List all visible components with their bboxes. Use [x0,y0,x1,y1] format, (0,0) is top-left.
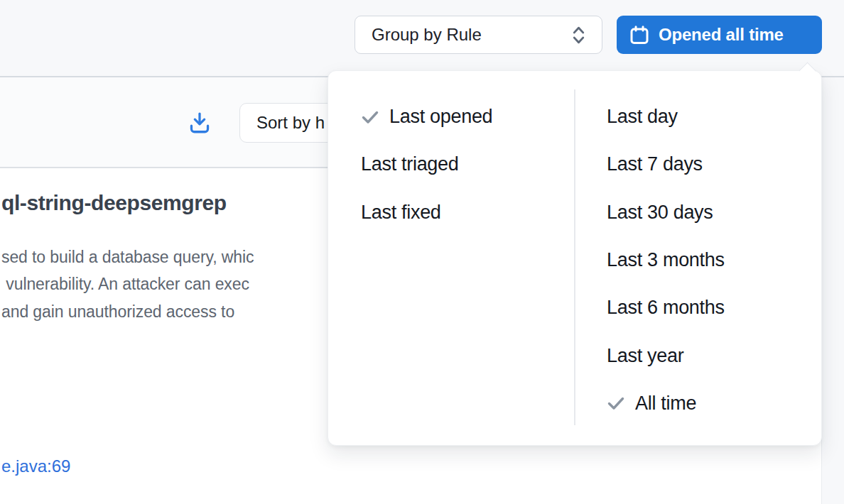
menu-item[interactable]: Last 30 days [575,189,823,236]
finding-description-line: and gain unauthorized access to [1,298,254,325]
menu-item[interactable]: Last fixed [328,189,575,236]
calendar-icon [629,25,649,45]
sort-button-label: Sort by h [256,113,325,133]
menu-item[interactable]: All time [575,380,823,427]
menu-item-label: Last year [607,345,683,367]
menu-item[interactable]: Last day [575,93,823,141]
file-link[interactable]: e.java:69 [1,456,70,476]
date-filter-dropdown: Last opened Last triaged Last fixed Last… [328,70,822,446]
download-button[interactable] [187,110,212,136]
menu-item[interactable]: Last triaged [328,141,575,188]
select-stepper-icon [571,24,586,46]
app-canvas: Group by Rule Opened all time [0,0,844,504]
date-filter-button-label: Opened all time [659,25,784,45]
menu-item-label: All time [635,393,696,415]
menu-item-label: Last 6 months [607,297,725,319]
sort-options-column: Last opened Last triaged Last fixed [328,93,575,236]
finding-description: sed to build a database query, whic vuln… [1,243,254,325]
group-by-select-value: Group by Rule [372,25,482,45]
menu-item-label: Last 7 days [607,153,703,175]
menu-item-label: Last triaged [361,153,459,175]
finding-description-line: sed to build a database query, whic [1,243,254,270]
menu-item-label: Last fixed [361,202,441,224]
group-by-select[interactable]: Group by Rule [355,16,602,54]
check-icon [607,394,625,412]
menu-item-label: Last 3 months [607,249,725,271]
menu-item-label: Last day [607,106,678,128]
finding-title: ql-string-deepsemgrep [1,191,227,215]
menu-item[interactable]: Last opened [328,93,575,141]
finding-description-line: vulnerability. An attacker can exec [1,270,254,297]
top-header: Group by Rule Opened all time [0,0,844,77]
time-options-column: Last day Last 7 days Last 30 days Last 3… [575,93,823,427]
menu-item[interactable]: Last 6 months [575,284,823,332]
download-icon [188,111,212,135]
date-filter-button[interactable]: Opened all time [617,16,822,54]
menu-item[interactable]: Last 7 days [575,141,823,188]
menu-item-label: Last 30 days [607,202,713,224]
menu-item[interactable]: Last 3 months [575,236,823,284]
check-icon [361,108,379,126]
menu-item[interactable]: Last year [575,332,823,379]
menu-item-label: Last opened [389,106,492,128]
